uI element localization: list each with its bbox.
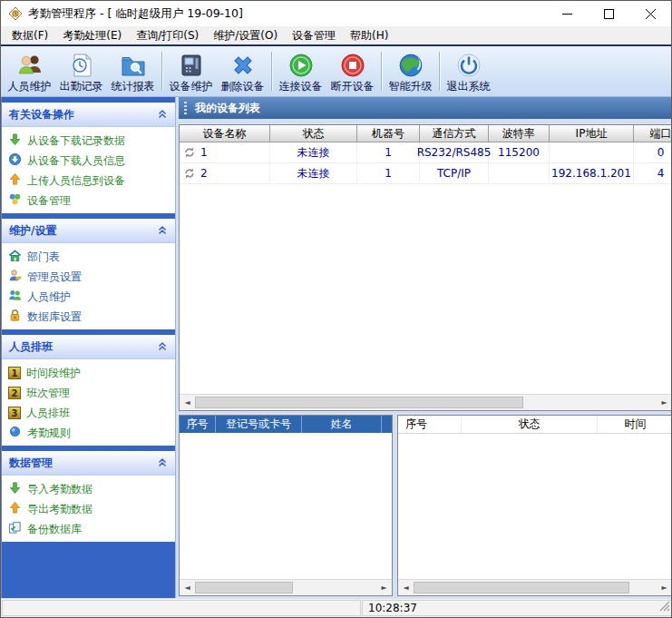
toolbar-statistics-report-button[interactable]: 统计报表 bbox=[107, 47, 159, 95]
scrollbar-thumb[interactable] bbox=[195, 582, 293, 593]
device-machine-no: 1 bbox=[357, 142, 420, 163]
sync-device-icon bbox=[183, 167, 196, 180]
group-title: 数据管理 bbox=[9, 456, 53, 471]
scroll-left-arrow-icon[interactable]: ◄ bbox=[180, 580, 195, 595]
column-header-comm-mode[interactable]: 通信方式 bbox=[420, 125, 489, 142]
menu-help[interactable]: 帮助(H) bbox=[343, 26, 395, 45]
menu-data[interactable]: 数据(F) bbox=[5, 26, 55, 45]
device-row[interactable]: 1 未连接 1 RS232/RS485 115200 0 bbox=[180, 142, 672, 163]
column-header-machine-no[interactable]: 机器号 bbox=[357, 125, 420, 142]
chevron-up-icon[interactable] bbox=[157, 224, 168, 238]
sidebar-group-person-schedule[interactable]: 人员排班 bbox=[2, 335, 175, 359]
item-label: 班次管理 bbox=[26, 386, 70, 401]
item-label: 数据库设置 bbox=[27, 309, 82, 325]
disconnect-stop-icon bbox=[339, 50, 366, 79]
personnel-list-panel: 序号 登记号或卡号 姓名 ◄ ► bbox=[179, 415, 393, 596]
toolbar-smart-upgrade-button[interactable]: 智能升级 bbox=[385, 47, 436, 95]
scrollbar-thumb[interactable] bbox=[195, 397, 523, 408]
sidebar-group-data-manage[interactable]: 数据管理 bbox=[2, 451, 175, 476]
chevron-up-icon[interactable] bbox=[157, 108, 168, 122]
status-section-empty bbox=[2, 600, 361, 616]
scroll-left-arrow-icon[interactable]: ◄ bbox=[398, 580, 414, 595]
menu-device-manage[interactable]: 设备管理 bbox=[285, 26, 343, 45]
toolbar-person-maintain-button[interactable]: 人员维护 bbox=[4, 47, 55, 95]
sidebar: 有关设备操作 从设备下载记录数据 从设备下载人员信息 上传人员信息到设备 bbox=[1, 97, 176, 600]
scrollbar-thumb[interactable] bbox=[414, 582, 629, 593]
sidebar-item-admin-settings[interactable]: 管理员设置 bbox=[2, 267, 175, 287]
sidebar-item-database-settings[interactable]: 数据库设置 bbox=[2, 307, 175, 327]
power-icon bbox=[455, 50, 482, 79]
column-header-name[interactable]: 姓名 bbox=[302, 416, 382, 433]
sidebar-item-download-personnel[interactable]: 从设备下载人员信息 bbox=[2, 151, 175, 171]
column-header-device-name[interactable]: 设备名称 bbox=[180, 125, 270, 142]
toolbar-attendance-record-button[interactable]: 出勤记录 bbox=[55, 47, 107, 95]
device-name: 1 bbox=[200, 146, 208, 159]
group-body: 部门表 管理员设置 人员维护 数据库设置 bbox=[2, 243, 175, 329]
group-body: 导入考勤数据 导出考勤数据 备份数据库 bbox=[2, 476, 175, 542]
department-home-icon bbox=[8, 249, 22, 265]
column-header-baud-rate[interactable]: 波特率 bbox=[489, 125, 550, 142]
minimize-button[interactable] bbox=[546, 1, 588, 26]
column-header-status[interactable]: 状态 bbox=[270, 125, 357, 142]
personnel-table-header: 序号 登记号或卡号 姓名 bbox=[180, 416, 392, 433]
sidebar-item-device-manage[interactable]: 设备管理 bbox=[2, 191, 175, 211]
title-bar: 考勤管理程序 - [ 临时超级用户 19-09-10] bbox=[1, 1, 671, 26]
toolbar-connect-device-button[interactable]: 连接设备 bbox=[275, 47, 326, 95]
download-green-arrow-icon bbox=[8, 132, 22, 149]
toolbar-exit-system-button[interactable]: 退出系统 bbox=[443, 47, 494, 95]
sidebar-group-maintain-settings[interactable]: 维护/设置 bbox=[2, 219, 175, 243]
personnel-horizontal-scrollbar[interactable]: ◄ ► bbox=[180, 579, 392, 595]
device-status: 未连接 bbox=[270, 163, 357, 184]
sidebar-item-import-data[interactable]: 导入考勤数据 bbox=[2, 479, 175, 499]
column-header-seq[interactable]: 序号 bbox=[398, 416, 462, 433]
device-name: 2 bbox=[200, 167, 208, 180]
menu-attendance-process[interactable]: 考勤处理(E) bbox=[55, 26, 129, 45]
toolbar-label: 统计报表 bbox=[112, 79, 155, 93]
sidebar-item-backup-database[interactable]: 备份数据库 bbox=[2, 519, 175, 539]
sidebar-item-export-data[interactable]: 导出考勤数据 bbox=[2, 499, 175, 519]
scroll-right-arrow-icon[interactable]: ► bbox=[657, 395, 672, 410]
device-row[interactable]: 2 未连接 1 TCP/IP 192.168.1.201 4 bbox=[180, 163, 672, 184]
chevron-up-icon[interactable] bbox=[157, 456, 168, 470]
scroll-right-arrow-icon[interactable]: ► bbox=[376, 580, 392, 595]
menu-query-print[interactable]: 查询/打印(S) bbox=[129, 26, 206, 45]
item-label: 管理员设置 bbox=[27, 270, 82, 285]
sidebar-item-attendance-rules[interactable]: 考勤规则 bbox=[2, 423, 175, 443]
maximize-button[interactable] bbox=[588, 1, 629, 26]
column-header-seq[interactable]: 序号 bbox=[180, 416, 216, 433]
device-horizontal-scrollbar[interactable]: ◄ ► bbox=[180, 394, 672, 410]
sidebar-item-time-period-maintain[interactable]: 1 时间段维护 bbox=[2, 363, 175, 383]
toolbar-delete-device-button[interactable]: 删除设备 bbox=[217, 47, 268, 95]
record-horizontal-scrollbar[interactable]: ◄ ► bbox=[398, 579, 672, 595]
sidebar-item-shift-manage[interactable]: 2 班次管理 bbox=[2, 383, 175, 403]
drag-grip-icon[interactable] bbox=[184, 102, 187, 114]
number-2-badge-icon: 2 bbox=[8, 387, 21, 399]
device-list-caption-bar: 我的设备列表 bbox=[179, 97, 672, 119]
app-icon bbox=[8, 6, 23, 21]
resize-grip-icon[interactable] bbox=[658, 600, 670, 614]
column-header-ip[interactable]: IP地址 bbox=[550, 125, 634, 142]
toolbar-device-maintain-button[interactable]: 设备维护 bbox=[165, 47, 217, 95]
scroll-left-arrow-icon[interactable]: ◄ bbox=[180, 395, 195, 410]
device-list-panel: 设备名称 状态 机器号 通信方式 波特率 IP地址 端口 1 未连接 1 RS2… bbox=[179, 124, 672, 411]
close-button[interactable] bbox=[629, 1, 671, 26]
record-list-panel: 序号 状态 时间 ◄ ► bbox=[397, 415, 672, 596]
menu-maintain-setting[interactable]: 维护/设置(O) bbox=[206, 26, 285, 45]
sidebar-item-download-records[interactable]: 从设备下载记录数据 bbox=[2, 131, 175, 151]
column-header-port[interactable]: 端口 bbox=[634, 125, 672, 142]
sidebar-item-department-table[interactable]: 部门表 bbox=[2, 247, 175, 267]
column-header-time[interactable]: 时间 bbox=[598, 416, 672, 433]
device-comm-mode: TCP/IP bbox=[420, 163, 489, 184]
sidebar-item-upload-personnel[interactable]: 上传人员信息到设备 bbox=[2, 171, 175, 191]
column-header-extra[interactable] bbox=[382, 416, 393, 433]
item-label: 导出考勤数据 bbox=[27, 502, 93, 517]
chevron-up-icon[interactable] bbox=[157, 340, 168, 354]
clock-text: 10:28:37 bbox=[368, 602, 417, 614]
toolbar-disconnect-device-button[interactable]: 断开设备 bbox=[326, 47, 378, 95]
column-header-status[interactable]: 状态 bbox=[462, 416, 598, 433]
sidebar-group-device-operations[interactable]: 有关设备操作 bbox=[2, 103, 175, 127]
sidebar-item-person-maintain[interactable]: 人员维护 bbox=[2, 287, 175, 307]
scroll-right-arrow-icon[interactable]: ► bbox=[657, 580, 672, 595]
sidebar-item-person-schedule[interactable]: 3 人员排班 bbox=[2, 403, 175, 423]
column-header-reg-or-card-no[interactable]: 登记号或卡号 bbox=[216, 416, 302, 433]
